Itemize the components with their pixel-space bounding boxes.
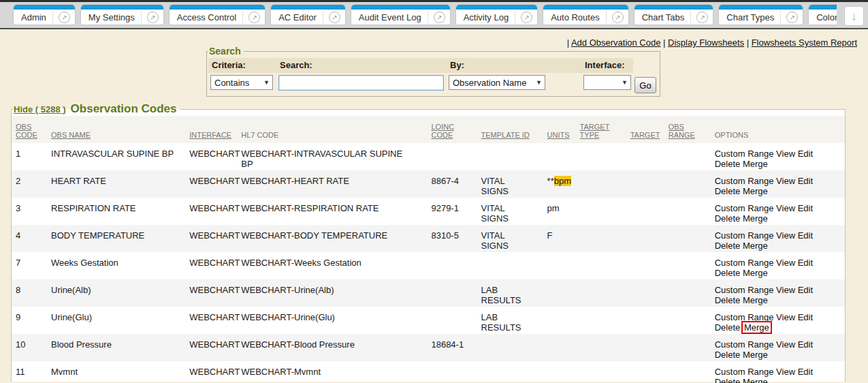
view-link[interactable]: View — [776, 285, 795, 295]
column-header-interface[interactable]: INTERFACE — [185, 116, 237, 143]
open-in-new-icon[interactable]: ↗ — [248, 12, 260, 23]
cell-obs-name: HEART RATE — [47, 170, 185, 198]
delete-link[interactable]: Delete — [715, 241, 741, 251]
delete-link[interactable]: Delete — [715, 322, 741, 333]
view-link[interactable]: View — [776, 312, 795, 322]
column-header-label[interactable]: OBS CODE — [16, 123, 37, 139]
open-in-new-icon[interactable]: ↗ — [521, 12, 532, 23]
view-link[interactable]: View — [776, 258, 795, 268]
go-button[interactable]: Go — [634, 77, 656, 93]
open-in-new-icon[interactable]: ↗ — [696, 12, 708, 23]
merge-link[interactable]: Merge — [743, 350, 768, 360]
merge-link[interactable]: Merge — [743, 241, 768, 251]
open-in-new-icon[interactable]: ↗ — [147, 12, 159, 23]
column-header-obs-code[interactable]: OBS CODE — [12, 116, 47, 143]
view-link[interactable]: View — [776, 203, 795, 213]
edit-link[interactable]: Edit — [798, 176, 813, 186]
interface-select[interactable]: ▼ — [583, 75, 631, 90]
tab-ac-editor[interactable]: AC Editor ↗ — [271, 5, 345, 25]
edit-link[interactable]: Edit — [798, 367, 813, 377]
link-display-flowsheets[interactable]: Display Flowsheets — [668, 37, 744, 48]
delete-link[interactable]: Delete — [715, 186, 741, 196]
open-in-new-icon[interactable]: ↗ — [434, 12, 445, 23]
tab-chart-types[interactable]: Chart Types ↗ — [719, 5, 803, 25]
tab-auto-routes[interactable]: Auto Routes ↗ — [543, 5, 628, 25]
open-in-new-icon[interactable]: ↗ — [59, 12, 70, 23]
tab-accent-bar — [456, 5, 537, 10]
merge-link[interactable]: Merge — [743, 268, 768, 278]
column-header-label[interactable]: OBS NAME — [51, 131, 91, 139]
merge-link[interactable]: Merge — [743, 213, 768, 224]
edit-link[interactable]: Edit — [798, 258, 813, 268]
cell-hl7-code: WEBCHART-Urine(Glu) — [237, 307, 427, 334]
view-link[interactable]: View — [776, 176, 795, 186]
edit-link[interactable]: Edit — [798, 203, 813, 213]
custom-range-link[interactable]: Custom Range — [715, 367, 774, 377]
merge-link[interactable]: Merge — [743, 159, 768, 169]
by-select[interactable]: Observation Name ▼ — [449, 75, 545, 90]
criteria-select[interactable]: Contains ▼ — [210, 75, 273, 90]
column-header-label[interactable]: TARGET TYPE — [580, 123, 610, 139]
custom-range-link[interactable]: Custom Range — [715, 149, 774, 159]
view-link[interactable]: View — [776, 339, 795, 350]
edit-link[interactable]: Edit — [798, 149, 813, 159]
tab-access-control[interactable]: Access Control ↗ — [170, 5, 265, 25]
delete-link[interactable]: Delete — [715, 268, 741, 278]
open-in-new-icon[interactable]: ↗ — [612, 12, 624, 23]
custom-range-link[interactable]: Custom Range — [715, 258, 774, 268]
view-link[interactable]: View — [776, 367, 795, 377]
edit-link[interactable]: Edit — [798, 230, 813, 241]
view-link[interactable]: View — [776, 149, 795, 159]
delete-link[interactable]: Delete — [715, 377, 741, 383]
edit-link[interactable]: Edit — [798, 285, 813, 295]
column-header-units[interactable]: UNITS — [543, 116, 576, 143]
column-header-target-type[interactable]: TARGET TYPE — [576, 116, 626, 143]
tab-activity-log[interactable]: Activity Log ↗ — [456, 5, 537, 25]
tab-overflow-button[interactable]: ↓ — [844, 6, 864, 26]
tab-admin[interactable]: Admin ↗ — [14, 5, 75, 25]
delete-link[interactable]: Delete — [715, 295, 741, 305]
cell-target — [626, 279, 664, 307]
delete-link[interactable]: Delete — [715, 350, 741, 360]
merge-link[interactable]: Merge — [743, 295, 768, 305]
hide-count-link[interactable]: Hide ( 5288 ) — [14, 104, 66, 114]
open-in-new-icon[interactable]: ↗ — [786, 12, 798, 23]
column-header-obs-range[interactable]: OBS RANGE — [664, 116, 711, 143]
merge-link[interactable]: Merge — [743, 186, 768, 196]
merge-link[interactable]: Merge — [743, 377, 768, 383]
cell-obs-code: 1 — [12, 143, 47, 170]
custom-range-link[interactable]: Custom Range — [715, 203, 774, 213]
column-header-label[interactable]: LOINC CODE — [431, 123, 454, 139]
column-header-template-id[interactable]: TEMPLATE ID — [477, 116, 543, 143]
column-header-label[interactable]: OBS RANGE — [669, 123, 695, 139]
search-input[interactable] — [278, 75, 444, 91]
column-header-label[interactable]: TARGET — [630, 131, 660, 139]
custom-range-link[interactable]: Custom Range — [715, 312, 774, 322]
tab-chart-tabs[interactable]: Chart Tabs ↗ — [634, 5, 713, 25]
tab-my-settings[interactable]: My Settings ↗ — [81, 5, 163, 25]
link-add-observation-code[interactable]: Add Observation Code — [571, 37, 661, 48]
open-in-new-icon[interactable]: ↗ — [329, 12, 340, 23]
delete-link[interactable]: Delete — [715, 159, 741, 169]
column-header-obs-name[interactable]: OBS NAME — [47, 116, 185, 143]
custom-range-link[interactable]: Custom Range — [715, 176, 774, 186]
custom-range-link[interactable]: Custom Range — [715, 339, 774, 350]
view-link[interactable]: View — [776, 230, 795, 241]
cell-target — [626, 361, 664, 383]
custom-range-link[interactable]: Custom Range — [715, 230, 774, 241]
tab-colors[interactable]: Colors ↗ — [809, 5, 837, 25]
column-header-loinc-code[interactable]: LOINC CODE — [427, 116, 477, 143]
cell-target-type — [576, 279, 626, 307]
column-header-label[interactable]: TEMPLATE ID — [481, 131, 530, 139]
edit-link[interactable]: Edit — [798, 339, 813, 350]
custom-range-link[interactable]: Custom Range — [715, 285, 774, 295]
column-header-label[interactable]: UNITS — [547, 131, 570, 139]
delete-link[interactable]: Delete — [715, 213, 741, 224]
cell-template-id: LAB RESULTS — [477, 279, 543, 307]
column-header-label[interactable]: INTERFACE — [189, 131, 231, 139]
merge-link[interactable]: Merge — [744, 322, 769, 333]
column-header-target[interactable]: TARGET — [626, 116, 664, 143]
edit-link[interactable]: Edit — [798, 312, 813, 322]
link-flowsheets-system-report[interactable]: Flowsheets System Report — [752, 37, 857, 48]
tab-audit-event-log[interactable]: Audit Event Log ↗ — [351, 5, 450, 25]
